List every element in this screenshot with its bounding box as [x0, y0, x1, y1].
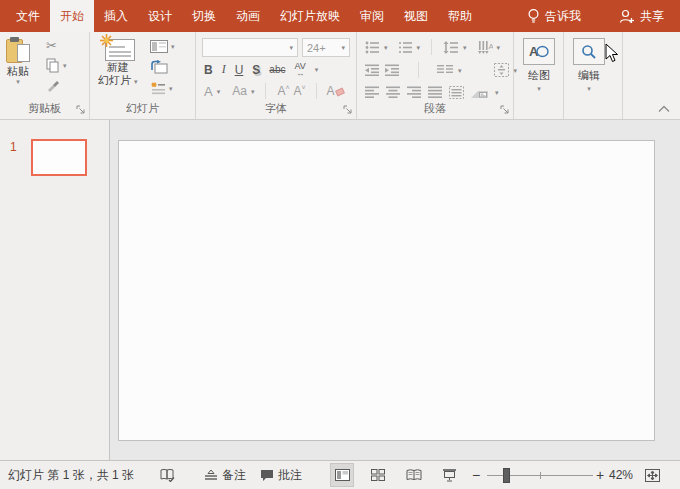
slide-indicator[interactable]: 幻灯片 第 1 张，共 1 张 — [8, 461, 134, 489]
clipboard-dialog-launcher-icon[interactable] — [76, 105, 86, 115]
smartart-button[interactable] — [471, 86, 488, 99]
strikethrough-button[interactable]: abc — [269, 64, 285, 75]
slideshow-view-button[interactable] — [437, 463, 461, 487]
normal-view-button[interactable] — [330, 463, 354, 487]
copy-caret-icon[interactable]: ▾ — [63, 62, 67, 69]
slide-canvas[interactable] — [118, 140, 655, 441]
person-add-icon — [619, 9, 635, 24]
section-button[interactable]: ▾ — [150, 80, 175, 96]
slide-1-thumbnail[interactable] — [31, 139, 87, 176]
group-clipboard: 粘贴 ▾ ✂ ▾ 剪贴板 — [0, 32, 90, 119]
editing-label: 编辑 — [578, 68, 600, 83]
paragraph-dialog-launcher-icon[interactable] — [500, 105, 510, 115]
tab-design[interactable]: 设计 — [138, 0, 182, 32]
layout-button[interactable]: ▾ — [150, 38, 175, 54]
tab-file[interactable]: 文件 — [6, 0, 50, 32]
draw-caret-icon[interactable]: ▾ — [537, 85, 541, 92]
align-text-button[interactable] — [494, 63, 509, 77]
text-shadow-button[interactable]: S — [252, 63, 260, 77]
bold-button[interactable]: B — [204, 63, 213, 77]
format-painter-button[interactable] — [46, 77, 67, 93]
slide-sorter-view-button[interactable] — [366, 463, 390, 487]
zoom-slider[interactable] — [487, 475, 593, 476]
zoom-level-value: 42% — [609, 468, 633, 482]
font-size-caret-icon: ▾ — [341, 44, 349, 51]
share-button[interactable]: 共享 — [609, 8, 674, 25]
copy-icon — [46, 58, 60, 73]
section-caret-icon[interactable]: ▾ — [169, 85, 173, 92]
columns-caret-icon[interactable]: ▾ — [458, 67, 462, 74]
columns-button[interactable] — [437, 64, 453, 76]
text-direction-caret-icon[interactable]: ▾ — [497, 44, 501, 51]
font-name-combobox[interactable]: ▾ — [202, 38, 298, 57]
grow-font-button[interactable]: A˄ — [277, 84, 289, 98]
italic-button[interactable]: I — [222, 62, 226, 77]
char-spacing-caret-icon[interactable]: ▾ — [315, 66, 319, 73]
ribbon-tail — [623, 32, 680, 119]
justify-button[interactable] — [428, 86, 442, 98]
tab-animations[interactable]: 动画 — [226, 0, 270, 32]
spell-check-button[interactable] — [160, 461, 175, 489]
paste-caret-icon[interactable]: ▾ — [16, 78, 20, 85]
font-dialog-launcher-icon[interactable] — [343, 105, 353, 115]
tab-slideshow[interactable]: 幻灯片放映 — [270, 0, 350, 32]
zoom-level-button[interactable]: 42% — [609, 461, 633, 489]
paste-button[interactable]: 粘贴 ▾ — [6, 37, 30, 85]
tiny-up-icon: ˄ — [285, 84, 289, 91]
character-spacing-button[interactable]: AV ↔ — [294, 63, 305, 77]
comments-label: 批注 — [278, 467, 302, 484]
bullets-button[interactable] — [365, 41, 380, 54]
change-case-caret-icon[interactable]: ▾ — [251, 88, 255, 95]
numbering-caret-icon[interactable]: ▾ — [417, 44, 421, 51]
fit-slide-to-window-button[interactable] — [645, 461, 660, 489]
layout-caret-icon[interactable]: ▾ — [171, 43, 175, 50]
align-center-button[interactable] — [386, 86, 400, 98]
tab-help[interactable]: 帮助 — [438, 0, 482, 32]
align-right-button[interactable] — [407, 86, 421, 98]
editing-caret-icon[interactable]: ▾ — [587, 85, 591, 92]
tab-view[interactable]: 视图 — [394, 0, 438, 32]
group-font: ▾ 24+ ▾ B I U S abc AV ↔ ▾ A ▾ — [196, 32, 357, 119]
smartart-caret-icon[interactable]: ▾ — [495, 89, 499, 96]
tab-transitions[interactable]: 切换 — [182, 0, 226, 32]
tell-me-button[interactable]: 告诉我 — [517, 8, 591, 25]
copy-button[interactable]: ▾ — [46, 57, 67, 73]
line-spacing-button[interactable] — [443, 41, 459, 54]
distribute-button[interactable] — [449, 86, 464, 99]
comments-button[interactable]: 批注 — [260, 461, 302, 489]
text-direction-button[interactable]: A — [478, 41, 493, 54]
new-slide-button[interactable]: 新建 幻灯片 ▾ — [98, 35, 138, 87]
shrink-font-button[interactable]: A˅ — [294, 84, 306, 98]
tab-home[interactable]: 开始 — [50, 0, 94, 32]
tab-review[interactable]: 审阅 — [350, 0, 394, 32]
clear-formatting-button[interactable]: A — [327, 84, 344, 98]
align-left-button[interactable] — [365, 86, 379, 98]
draw-button[interactable]: A 绘图 ▾ — [523, 38, 555, 92]
collapse-ribbon-button[interactable] — [658, 105, 670, 113]
font-size-combobox[interactable]: 24+ ▾ — [302, 38, 350, 57]
change-case-button[interactable]: Aa — [232, 84, 247, 98]
underline-button[interactable]: U — [235, 63, 244, 77]
line-spacing-caret-icon[interactable]: ▾ — [463, 44, 467, 51]
font-color-caret-icon[interactable]: ▾ — [217, 88, 221, 95]
tab-insert[interactable]: 插入 — [94, 0, 138, 32]
bullets-caret-icon[interactable]: ▾ — [384, 44, 388, 51]
zoom-plus-icon: + — [596, 467, 604, 483]
font-color-button[interactable]: A — [204, 84, 213, 99]
notes-button[interactable]: 备注 — [204, 461, 246, 489]
slide-number: 1 — [10, 140, 17, 154]
zoom-slider-thumb[interactable] — [503, 468, 510, 483]
cut-button[interactable]: ✂ — [46, 37, 67, 53]
group-slides: 新建 幻灯片 ▾ ▾ — [90, 32, 196, 119]
reading-view-button[interactable] — [402, 463, 426, 487]
increase-indent-button[interactable] — [385, 64, 400, 76]
reset-button[interactable] — [150, 59, 175, 75]
slides-group-label: 幻灯片 — [90, 101, 195, 116]
notes-icon — [204, 469, 218, 481]
zoom-out-button[interactable]: − — [472, 461, 480, 489]
section-icon — [150, 82, 166, 95]
numbering-button[interactable] — [398, 41, 413, 54]
editing-button[interactable]: 编辑 ▾ — [573, 38, 605, 92]
zoom-in-button[interactable]: + — [596, 461, 604, 489]
decrease-indent-button[interactable] — [365, 64, 380, 76]
